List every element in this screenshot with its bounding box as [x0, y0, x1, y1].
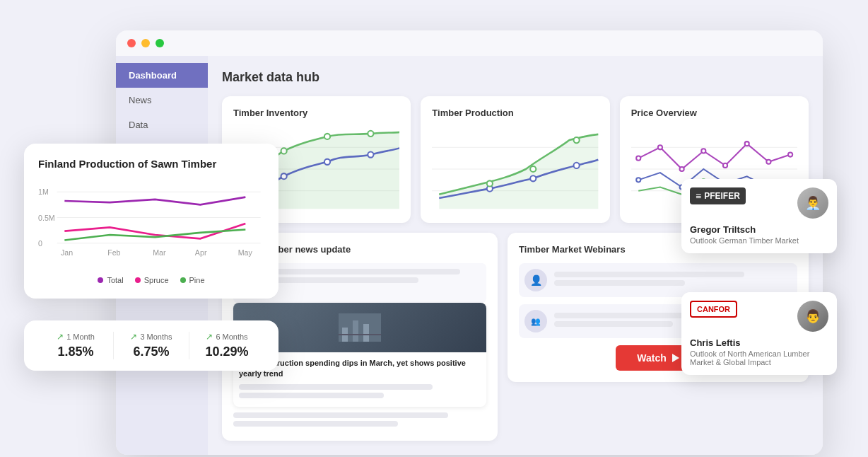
svg-point-28: [788, 152, 792, 156]
svg-point-6: [281, 148, 287, 154]
play-icon: [672, 354, 679, 362]
speaker-name-2: Chris Leftis: [690, 337, 828, 348]
sidebar-item-news[interactable]: News: [116, 88, 208, 112]
svg-text:May: May: [238, 248, 253, 257]
svg-text:0.5M: 0.5M: [38, 214, 55, 222]
stat-3months-label: 3 Months: [140, 332, 172, 341]
finland-chart-title: Finland Production of Sawn Timber: [38, 158, 264, 170]
stat-6months-label: 6 Months: [216, 332, 247, 341]
svg-point-26: [744, 141, 749, 146]
arrow-6months: ↗: [206, 332, 213, 342]
legend-spruce: Spruce: [144, 276, 169, 284]
svg-rect-39: [363, 324, 369, 342]
close-button[interactable]: [127, 39, 136, 47]
svg-point-15: [487, 180, 493, 186]
speaker-card-1: ≡ PFEIFER 👨‍💼 Gregor Triltsch Outlook Ge…: [681, 179, 837, 253]
svg-point-14: [574, 163, 580, 168]
canfor-logo: CANFOR: [690, 301, 737, 318]
stat-3months-value: 6.75%: [121, 345, 182, 359]
stats-card: ↗ 1 Month 1.85% ↗ 3 Months 6.75% ↗ 6 Mon…: [24, 320, 278, 371]
svg-text:0: 0: [38, 239, 42, 248]
svg-point-17: [574, 137, 580, 143]
arrow-1month: ↗: [57, 332, 64, 342]
price-overview-title: Price Overview: [631, 108, 797, 118]
speaker-card-2: CANFOR 👨 Chris Leftis Outlook of North A…: [681, 292, 837, 375]
svg-rect-38: [353, 320, 358, 342]
stat-3months: ↗ 3 Months 6.75%: [113, 332, 189, 359]
stat-1month-label: 1 Month: [66, 332, 95, 341]
arrow-3months: ↗: [130, 332, 137, 342]
speaker-avatar-2: 👨: [797, 301, 828, 332]
svg-text:1M: 1M: [38, 187, 49, 196]
svg-point-8: [368, 131, 373, 137]
svg-text:Mar: Mar: [153, 248, 166, 257]
svg-point-23: [679, 167, 684, 171]
speaker-name-1: Gregor Triltsch: [690, 224, 828, 235]
sidebar-item-data[interactable]: Data: [116, 112, 208, 137]
title-bar: [116, 30, 823, 56]
minimize-button[interactable]: [141, 39, 150, 47]
webinar-avatar-2: 👥: [524, 310, 547, 332]
main-content: Market data hub Timber Inventory: [208, 56, 823, 455]
svg-text:Feb: Feb: [107, 248, 120, 257]
timber-inventory-title: Timber Inventory: [233, 108, 399, 118]
finland-production-card: Finland Production of Sawn Timber 1M 0.5…: [24, 144, 278, 299]
sidebar-item-dashboard[interactable]: Dashboard: [116, 63, 208, 88]
stat-6months: ↗ 6 Months 10.29%: [189, 332, 264, 359]
svg-point-27: [766, 160, 770, 164]
stat-1month: ↗ 1 Month 1.85%: [38, 332, 113, 359]
svg-point-21: [636, 156, 640, 161]
legend-total: Total: [107, 276, 123, 284]
watch-label: Watch: [637, 352, 666, 364]
timber-production-card: Timber Production: [421, 96, 609, 223]
timber-production-title: Timber Production: [432, 108, 598, 118]
page-title: Market data hub: [222, 70, 809, 85]
svg-text:Apr: Apr: [195, 248, 207, 257]
svg-point-16: [530, 166, 536, 172]
maximize-button[interactable]: [156, 39, 164, 47]
speaker-subtitle-1: Outlook German Timber Market: [690, 236, 828, 245]
stat-6months-value: 10.29%: [197, 345, 257, 359]
webinar-avatar-1: 👤: [524, 269, 547, 291]
speaker-subtitle-2: Outlook of North American Lumber Market …: [690, 349, 828, 366]
svg-point-13: [530, 175, 536, 181]
speaker-avatar-1: 👨‍💼: [797, 187, 828, 219]
svg-point-24: [701, 149, 705, 153]
pfeifer-logo: ≡ PFEIFER: [690, 187, 746, 204]
svg-point-5: [368, 151, 373, 157]
svg-point-22: [658, 145, 662, 149]
chart-legend: Total Spruce Pine: [38, 276, 264, 284]
svg-point-4: [324, 159, 330, 165]
svg-point-7: [324, 134, 330, 139]
timber-production-chart: [432, 127, 598, 212]
legend-pine: Pine: [189, 276, 205, 284]
stat-1month-value: 1.85%: [45, 345, 106, 359]
svg-text:Jan: Jan: [61, 248, 73, 257]
svg-point-25: [723, 163, 727, 168]
svg-point-29: [636, 178, 640, 182]
svg-point-3: [281, 173, 287, 179]
